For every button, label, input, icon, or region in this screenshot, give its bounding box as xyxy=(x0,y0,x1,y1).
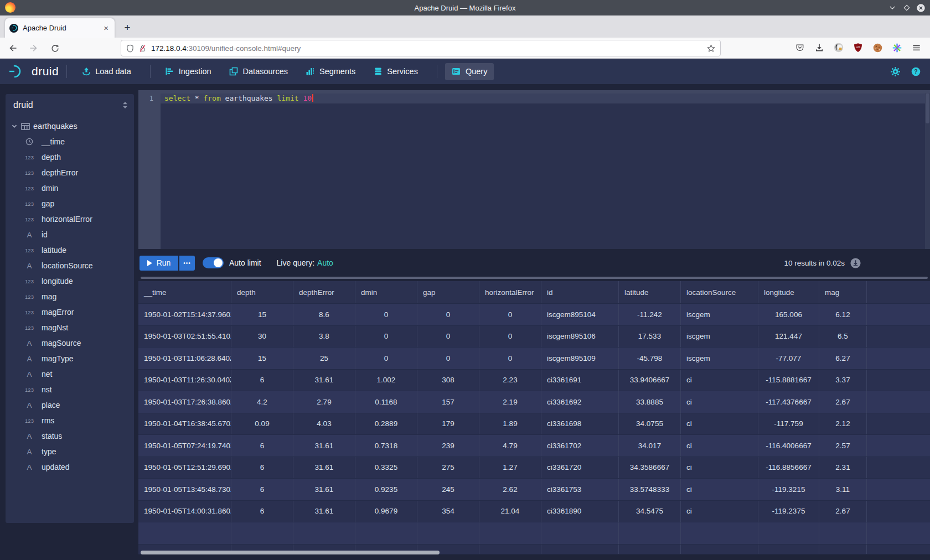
table-cell[interactable]: 34.5475 xyxy=(619,501,681,522)
horizontal-scrollbar[interactable] xyxy=(141,551,440,554)
sidebar-table-earthquakes[interactable]: earthquakes xyxy=(6,118,134,134)
nav-item-query[interactable]: Query xyxy=(445,63,494,80)
table-cell[interactable]: -119.3215 xyxy=(758,479,819,500)
table-cell[interactable]: 34.017 xyxy=(619,435,681,457)
column-header-locationSource[interactable]: locationSource xyxy=(681,281,758,303)
table-cell[interactable]: -117.759 xyxy=(758,413,819,435)
sidebar-column-depthError[interactable]: 123depthError xyxy=(6,165,134,180)
table-cell[interactable]: 0 xyxy=(355,304,417,325)
table-cell[interactable]: 165.006 xyxy=(758,304,819,325)
sidebar-column-magNst[interactable]: 123magNst xyxy=(6,320,134,335)
sidebar-column-mag[interactable]: 123mag xyxy=(6,289,134,304)
table-cell[interactable]: 6 xyxy=(231,479,293,500)
pocket-icon[interactable] xyxy=(794,42,806,54)
sidebar-column-latitude[interactable]: 123latitude xyxy=(6,242,134,258)
table-cell[interactable]: iscgem895109 xyxy=(541,348,619,369)
sidebar-column-gap[interactable]: 123gap xyxy=(6,196,134,211)
table-cell[interactable]: 0.9679 xyxy=(355,501,417,522)
table-cell[interactable]: 2.19 xyxy=(479,391,541,413)
insecure-lock-icon[interactable] xyxy=(138,44,147,53)
table-cell[interactable]: 2.79 xyxy=(293,391,355,413)
table-cell[interactable]: 1950-01-05T14:00:31.860Z xyxy=(138,501,231,522)
table-cell[interactable] xyxy=(541,545,619,554)
table-cell[interactable]: 2.12 xyxy=(819,413,867,435)
sidebar-column-horizontalError[interactable]: 123horizontalError xyxy=(6,211,134,227)
sidebar-column-id[interactable]: Aid xyxy=(6,227,134,242)
auto-limit-toggle[interactable] xyxy=(203,257,224,268)
table-cell[interactable]: 34.0755 xyxy=(619,413,681,435)
table-cell[interactable]: 0 xyxy=(479,348,541,369)
table-cell[interactable] xyxy=(681,522,758,544)
window-maximize-icon[interactable] xyxy=(902,3,911,13)
table-cell[interactable] xyxy=(819,545,867,554)
table-cell[interactable]: 33.5748333 xyxy=(619,479,681,500)
table-cell[interactable]: ci3361698 xyxy=(541,413,619,435)
table-cell[interactable]: 0 xyxy=(479,326,541,348)
table-cell[interactable]: ci3361720 xyxy=(541,457,619,479)
sidebar-column-magType[interactable]: AmagType xyxy=(6,351,134,366)
table-cell[interactable]: 1950-01-03T17:26:38.860Z xyxy=(138,391,231,413)
table-cell[interactable]: 31.61 xyxy=(293,479,355,500)
table-cell[interactable]: ci3361753 xyxy=(541,479,619,500)
table-cell[interactable]: 6 xyxy=(231,370,293,391)
tracking-shield-icon[interactable] xyxy=(126,44,135,53)
browser-tab[interactable]: Apache Druid × xyxy=(4,18,115,38)
table-cell[interactable]: iscgem895104 xyxy=(541,304,619,325)
sidebar-column-rms[interactable]: 123rms xyxy=(6,413,134,428)
window-close-icon[interactable] xyxy=(916,3,926,13)
table-cell[interactable]: 245 xyxy=(417,479,479,500)
table-cell[interactable]: -77.077 xyxy=(758,348,819,369)
column-header-gap[interactable]: gap xyxy=(417,281,479,303)
new-tab-button[interactable]: + xyxy=(120,20,135,35)
table-cell[interactable]: -115.8881667 xyxy=(758,370,819,391)
table-cell[interactable]: 1950-01-05T13:45:48.730Z xyxy=(138,479,231,500)
table-cell[interactable]: 1950-01-05T12:51:29.690Z xyxy=(138,457,231,479)
table-cell[interactable]: 25 xyxy=(293,348,355,369)
table-cell[interactable] xyxy=(355,522,417,544)
table-cell[interactable]: ci3361702 xyxy=(541,435,619,457)
table-cell[interactable] xyxy=(541,522,619,544)
table-cell[interactable]: 4.79 xyxy=(479,435,541,457)
table-cell[interactable]: 2.67 xyxy=(819,501,867,522)
table-cell[interactable]: 1.27 xyxy=(479,457,541,479)
download-results-icon[interactable] xyxy=(850,257,861,269)
table-cell[interactable]: -116.8856667 xyxy=(758,457,819,479)
table-cell[interactable]: ci xyxy=(681,457,758,479)
table-cell[interactable]: iscgem895106 xyxy=(541,326,619,348)
table-cell[interactable]: 308 xyxy=(417,370,479,391)
table-cell[interactable]: 3.37 xyxy=(819,370,867,391)
table-cell[interactable]: 0 xyxy=(417,348,479,369)
table-cell[interactable]: -119.2375 xyxy=(758,501,819,522)
table-cell[interactable]: 0.2889 xyxy=(355,413,417,435)
ublock-origin-icon[interactable]: uO xyxy=(852,42,864,54)
table-cell[interactable]: 2.67 xyxy=(819,391,867,413)
table-cell[interactable]: -45.798 xyxy=(619,348,681,369)
table-cell[interactable] xyxy=(293,522,355,544)
table-cell[interactable]: ci3361692 xyxy=(541,391,619,413)
sidebar-column-updated[interactable]: Aupdated xyxy=(6,459,134,475)
sidebar-column-depth[interactable]: 123depth xyxy=(6,149,134,165)
sidebar-column-time[interactable]: __time xyxy=(6,134,134,149)
sidebar-column-locationSource[interactable]: AlocationSource xyxy=(6,258,134,273)
column-header-latitude[interactable]: latitude xyxy=(619,281,681,303)
table-cell[interactable]: ci3361890 xyxy=(541,501,619,522)
column-header-dmin[interactable]: dmin xyxy=(355,281,417,303)
table-cell[interactable]: 6 xyxy=(231,501,293,522)
sparkle-extension-icon[interactable] xyxy=(891,42,903,54)
table-cell[interactable] xyxy=(758,545,819,554)
menu-hamburger-icon[interactable] xyxy=(910,42,922,54)
column-header-time[interactable]: __time xyxy=(138,281,231,303)
nav-item-load-data[interactable]: Load data xyxy=(75,63,138,80)
table-cell[interactable]: ci xyxy=(681,391,758,413)
table-cell[interactable]: 179 xyxy=(417,413,479,435)
table-cell[interactable] xyxy=(681,545,758,554)
table-cell[interactable]: iscgem xyxy=(681,304,758,325)
column-header-longitude[interactable]: longitude xyxy=(758,281,819,303)
nav-item-services[interactable]: Services xyxy=(366,63,425,80)
chevron-down-icon[interactable] xyxy=(11,123,18,129)
back-icon[interactable] xyxy=(6,41,20,55)
table-cell[interactable]: 1950-01-03T11:06:28.640Z xyxy=(138,348,231,369)
table-cell[interactable] xyxy=(619,522,681,544)
table-cell[interactable] xyxy=(758,522,819,544)
reload-icon[interactable] xyxy=(48,41,62,55)
